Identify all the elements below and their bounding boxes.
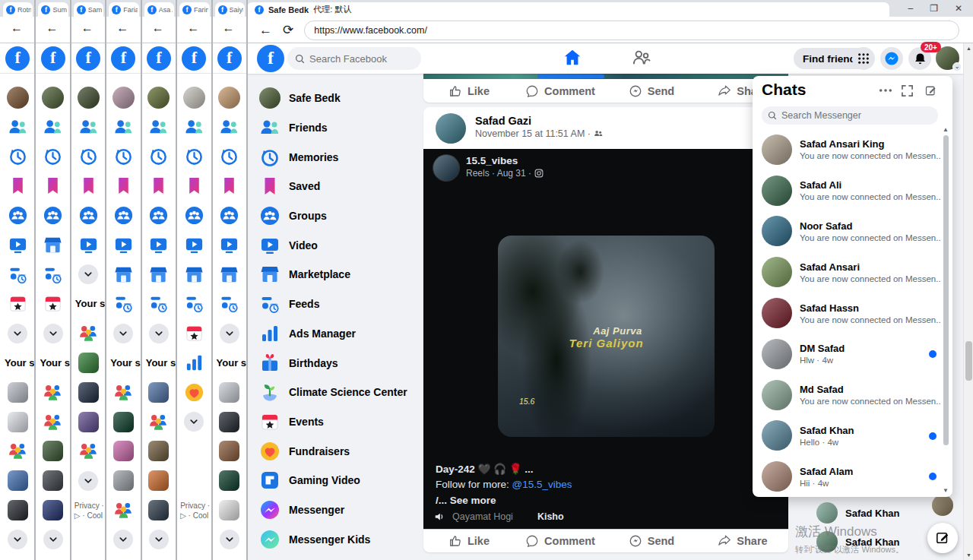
sidebar-ads-item[interactable] (176, 348, 211, 378)
browser-tab[interactable]: fSuma (35, 0, 70, 17)
post-video-media[interactable]: 15.5_vibes Reels · Aug 31 · Aaj Purva Te… (423, 149, 788, 529)
sidebar-thumb-item[interactable] (106, 437, 141, 467)
reel-author-avatar[interactable] (433, 154, 460, 182)
sidebar-chevron-item[interactable] (71, 260, 106, 289)
sidebar-item-saved[interactable]: Saved (253, 172, 419, 201)
avatar[interactable] (932, 495, 953, 516)
avatar[interactable] (7, 87, 29, 109)
footer-links[interactable]: Privacy ·▷ · Cool (71, 501, 106, 520)
audio-track-name[interactable]: Qayamat Hogi (452, 511, 513, 522)
url-input[interactable] (314, 25, 959, 36)
sidebar-thumb-item[interactable] (141, 437, 176, 467)
see-more-icon[interactable] (8, 530, 27, 549)
see-more-button[interactable]: /... See more (436, 495, 496, 506)
sidebar-chevron-item[interactable] (176, 407, 211, 437)
sidebar-friends-item[interactable] (141, 112, 176, 142)
chat-list-item[interactable]: DM SafadHlw · 4w (756, 334, 941, 375)
sidebar-saved-item[interactable] (141, 171, 176, 201)
chats-scrollbar-thumb[interactable] (943, 135, 949, 445)
sidebar-item-safe-bedk[interactable]: Safe Bedk (253, 84, 419, 113)
sidebar-thumb-item[interactable] (0, 407, 35, 437)
home-icon[interactable] (563, 48, 582, 68)
contact-row[interactable]: Safad Khan (816, 502, 900, 524)
like-button[interactable]: Like (423, 79, 515, 103)
sidebar-avatar-item[interactable] (176, 83, 211, 112)
sidebar-chevron-item[interactable] (212, 525, 247, 555)
chat-list-item[interactable]: Noor SafadYou are now connected on Messe… (756, 211, 941, 252)
sidebar-avatar-item[interactable] (141, 83, 176, 112)
sidebar-people-item[interactable] (106, 495, 141, 525)
sidebar-chevron-item[interactable] (35, 318, 70, 348)
see-more-icon[interactable] (149, 530, 169, 549)
sidebar-thumb-item[interactable] (212, 437, 247, 467)
post-author-name[interactable]: Safad Gazi (475, 115, 531, 127)
post-timestamp[interactable]: November 15 at 11:51 AM · (475, 128, 591, 139)
sidebar-item-events[interactable]: Events (253, 407, 419, 437)
facebook-logo[interactable]: f (182, 46, 206, 71)
compose-icon[interactable] (925, 85, 937, 96)
sidebar-memories-item[interactable] (35, 142, 70, 172)
shortcut-thumbnail[interactable] (113, 412, 134, 432)
sidebar-people-item[interactable] (71, 437, 106, 467)
chat-list-item[interactable]: Md SafadYou are now connected on Messen.… (756, 375, 941, 416)
sidebar-item-birthdays[interactable]: Birthdays (253, 348, 419, 378)
back-button[interactable]: ← (11, 21, 23, 35)
shortcut-thumbnail[interactable] (8, 412, 28, 432)
sidebar-groups-item[interactable] (0, 201, 35, 230)
send-button[interactable]: Send (606, 79, 697, 103)
sidebar-label-item[interactable]: Your s (35, 348, 70, 378)
shortcut-thumbnail[interactable] (219, 412, 239, 432)
previous-post-media-strip[interactable] (423, 74, 788, 79)
sidebar-people-item[interactable] (35, 407, 70, 437)
sidebar-video-item[interactable] (141, 230, 176, 260)
browser-tab[interactable]: fSamir (71, 0, 106, 17)
sidebar-people-item[interactable] (141, 407, 176, 437)
sidebar-thumb-item[interactable] (141, 378, 176, 407)
see-more-icon[interactable] (220, 530, 239, 549)
back-button[interactable]: ← (223, 21, 235, 35)
sidebar-item-gaming-video[interactable]: Gaming Video (253, 466, 419, 495)
chat-list-item[interactable]: Safad AnsariYou are now connected on Mes… (756, 252, 941, 293)
facebook-logo[interactable]: f (111, 46, 135, 71)
sidebar-label-item[interactable]: Your s (0, 348, 35, 378)
see-more-icon[interactable] (43, 530, 63, 549)
see-more-icon[interactable] (113, 530, 133, 549)
sidebar-thumb-item[interactable] (71, 348, 106, 378)
sidebar-item-friends[interactable]: Friends (253, 113, 419, 143)
sidebar-chevron-item[interactable] (141, 318, 176, 348)
sidebar-memories-item[interactable] (106, 142, 141, 172)
sidebar-item-groups[interactable]: Groups (253, 201, 419, 231)
shortcut-thumbnail[interactable] (219, 441, 239, 461)
sidebar-friends-item[interactable] (35, 112, 70, 142)
scroll-up-icon[interactable]: ▲ (943, 126, 949, 133)
sidebar-chevron-item[interactable] (212, 318, 247, 348)
shortcut-thumbnail[interactable] (148, 382, 169, 403)
new-message-fab[interactable] (927, 523, 958, 553)
see-more-icon[interactable] (43, 324, 63, 343)
expand-chats-icon[interactable] (902, 85, 913, 96)
sidebar-thumb-item[interactable] (35, 495, 70, 525)
see-more-icon[interactable] (78, 471, 98, 491)
sidebar-video-item[interactable] (71, 230, 106, 260)
shortcut-thumbnail[interactable] (148, 470, 169, 491)
avatar[interactable] (218, 87, 240, 109)
sidebar-thumb-item[interactable] (212, 407, 247, 437)
chat-list-item[interactable]: Safad HassnYou are now connected on Mess… (756, 293, 941, 334)
sidebar-marketplace-item[interactable] (106, 260, 141, 289)
shortcut-thumbnail[interactable] (148, 500, 169, 520)
chats-options-icon[interactable] (879, 85, 892, 96)
sidebar-feeds-item[interactable] (35, 260, 70, 289)
browser-tab[interactable]: fFarin (176, 0, 211, 17)
sidebar-video-item[interactable] (0, 230, 35, 260)
sidebar-item-feeds[interactable]: Feeds (253, 289, 419, 319)
sidebar-avatar-item[interactable] (106, 83, 141, 112)
share-button[interactable]: Share (697, 530, 788, 552)
scroll-up-icon[interactable]: ▲ (966, 46, 971, 51)
chat-list-item[interactable]: Safad AlamHii · 4w (756, 456, 941, 497)
avatar[interactable] (147, 87, 170, 109)
sidebar-chevron-item[interactable] (35, 525, 70, 555)
shortcut-thumbnail[interactable] (219, 470, 239, 491)
shortcut-thumbnail[interactable] (8, 382, 28, 403)
see-more-icon[interactable] (184, 412, 204, 432)
active-browser-tab[interactable]: f Safe Bedk 代理: 默认 (247, 2, 889, 17)
